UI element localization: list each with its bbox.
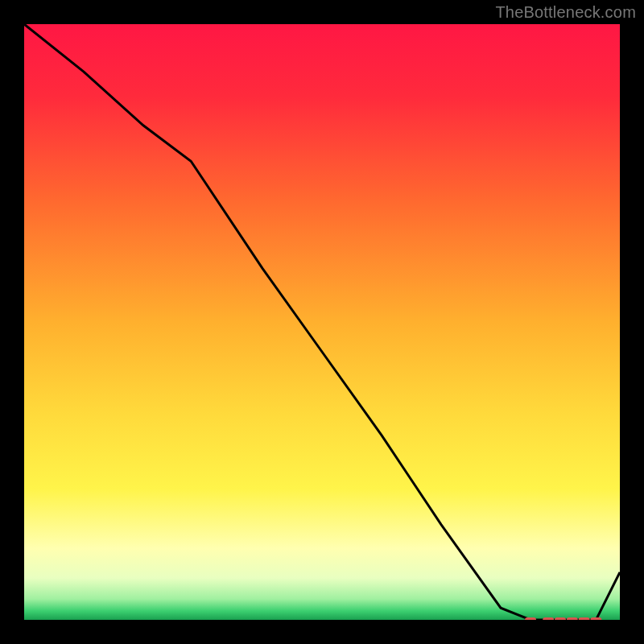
curve-layer (24, 24, 620, 620)
marker-dot (555, 617, 566, 620)
marker-dot (579, 617, 590, 620)
curve-line (24, 24, 620, 620)
marker-dot (543, 617, 554, 620)
marker-dot (590, 617, 601, 620)
marker-dot (567, 617, 578, 620)
chart-container: TheBottleneck.com (0, 0, 644, 644)
plot-area (24, 24, 620, 620)
watermark-text: TheBottleneck.com (495, 3, 636, 22)
marker-dot (525, 617, 536, 620)
